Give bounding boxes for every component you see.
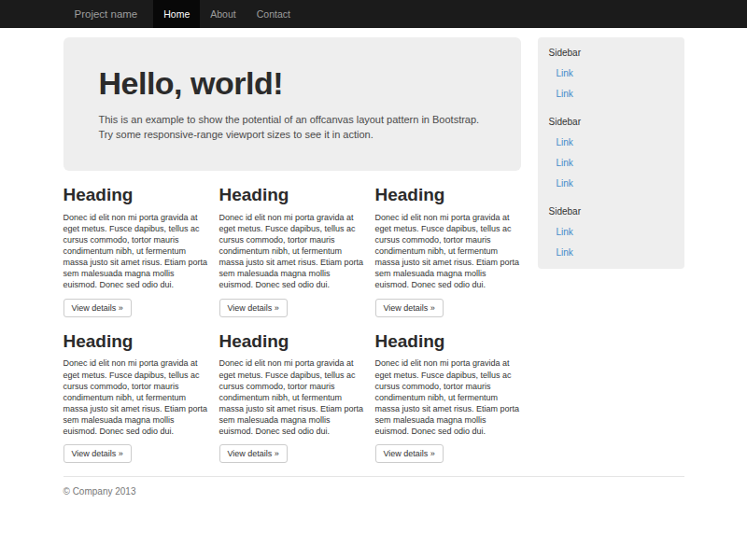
- card-text: Donec id elit non mi porta gravida at eg…: [375, 212, 520, 291]
- card: Heading Donec id elit non mi porta gravi…: [375, 171, 520, 317]
- card-heading: Heading: [63, 185, 208, 205]
- sidebar-group-header: Sidebar: [538, 202, 684, 222]
- cards-row-1: Heading Donec id elit non mi porta gravi…: [63, 171, 521, 317]
- card: Heading Donec id elit non mi porta gravi…: [63, 171, 208, 317]
- cards-row-2: Heading Donec id elit non mi porta gravi…: [63, 317, 521, 464]
- footer: © Company 2013: [63, 476, 684, 515]
- view-details-button[interactable]: View details »: [219, 299, 288, 317]
- sidebar-group-header: Sidebar: [538, 112, 684, 133]
- main-row: Hello, world! This is an example to show…: [63, 28, 684, 463]
- sidebar-group: Sidebar Link Link Link: [538, 112, 684, 194]
- card: Heading Donec id elit non mi porta gravi…: [219, 171, 364, 317]
- card-text: Donec id elit non mi porta gravida at eg…: [219, 212, 364, 291]
- card-heading: Heading: [219, 331, 364, 352]
- sidebar: Sidebar Link Link Sidebar Link Link Link…: [538, 37, 684, 269]
- card-heading: Heading: [219, 185, 364, 205]
- sidebar-group: Sidebar Link Link: [538, 43, 684, 105]
- view-details-button[interactable]: View details »: [63, 444, 132, 463]
- card: Heading Donec id elit non mi porta gravi…: [63, 317, 208, 464]
- navbar-menu: Home About Contact: [153, 0, 301, 28]
- card-text: Donec id elit non mi porta gravida at eg…: [375, 357, 520, 437]
- main-content: Hello, world! This is an example to show…: [63, 28, 521, 463]
- jumbotron-text: This is an example to show the potential…: [99, 112, 486, 143]
- footer-copyright: © Company 2013: [63, 486, 684, 497]
- card-heading: Heading: [63, 331, 208, 352]
- card: Heading Donec id elit non mi porta gravi…: [375, 317, 520, 464]
- nav-item-contact[interactable]: Contact: [247, 0, 301, 28]
- sidebar-link[interactable]: Link: [538, 174, 684, 194]
- view-details-button[interactable]: View details »: [219, 444, 288, 463]
- sidebar-link[interactable]: Link: [538, 243, 684, 263]
- container: Hello, world! This is an example to show…: [63, 28, 684, 515]
- jumbotron-title: Hello, world!: [99, 67, 486, 101]
- card-text: Donec id elit non mi porta gravida at eg…: [219, 357, 364, 437]
- card-text: Donec id elit non mi porta gravida at eg…: [63, 212, 208, 291]
- sidebar-link[interactable]: Link: [538, 63, 684, 84]
- navbar: Project name Home About Contact: [0, 0, 747, 28]
- nav-item-about[interactable]: About: [200, 0, 246, 28]
- view-details-button[interactable]: View details »: [375, 299, 444, 317]
- page: Project name Home About Contact Hello, w…: [0, 0, 747, 515]
- card: Heading Donec id elit non mi porta gravi…: [219, 317, 364, 464]
- card-heading: Heading: [375, 185, 520, 205]
- sidebar-link[interactable]: Link: [538, 84, 684, 105]
- view-details-button[interactable]: View details »: [63, 299, 132, 317]
- sidebar-link[interactable]: Link: [538, 133, 684, 153]
- sidebar-link[interactable]: Link: [538, 153, 684, 174]
- card-text: Donec id elit non mi porta gravida at eg…: [63, 357, 208, 437]
- card-heading: Heading: [375, 331, 520, 352]
- nav-item-home[interactable]: Home: [153, 0, 200, 28]
- jumbotron: Hello, world! This is an example to show…: [63, 37, 521, 171]
- sidebar-link[interactable]: Link: [538, 222, 684, 243]
- sidebar-group: Sidebar Link Link: [538, 202, 684, 263]
- navbar-brand[interactable]: Project name: [63, 0, 149, 28]
- navbar-inner: Project name Home About Contact: [63, 0, 684, 28]
- sidebar-group-header: Sidebar: [538, 43, 684, 63]
- view-details-button[interactable]: View details »: [375, 444, 444, 463]
